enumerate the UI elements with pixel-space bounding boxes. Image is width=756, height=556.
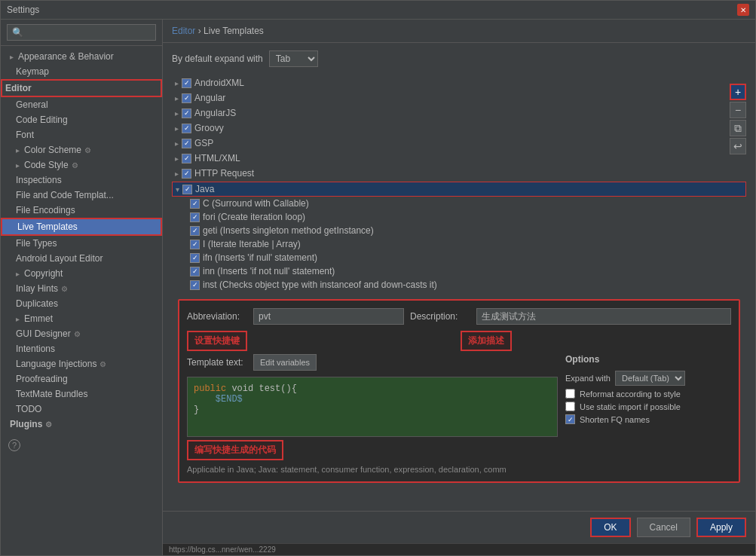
template-item-I[interactable]: I (Iterate Iterable | Array) — [172, 237, 746, 251]
description-input[interactable] — [476, 308, 731, 325]
main-panel: Editor › Live Templates By default expan… — [163, 20, 755, 555]
detail-panel: Abbreviation: Description: 设置快捷键 添加描述 — [178, 299, 740, 483]
template-item-fori[interactable]: fori (Create iteration loop) — [172, 210, 746, 224]
sidebar-item-plugins[interactable]: Plugins ⚙ — [1, 417, 162, 432]
detail-content: Template text: Edit variables public voi… — [187, 354, 731, 474]
sidebar-item-inspections[interactable]: Inspections — [1, 173, 162, 188]
checkbox-inst[interactable] — [190, 280, 200, 290]
sidebar-item-android-layout[interactable]: Android Layout Editor — [1, 251, 162, 266]
group-header-groovy[interactable]: ▸ Groovy — [172, 121, 746, 135]
sidebar-item-color-scheme[interactable]: Color Scheme ⚙ — [1, 142, 162, 157]
close-button[interactable]: ✕ — [737, 4, 749, 16]
group-header-java[interactable]: ▾ Java — [172, 182, 746, 197]
inlay-hints-label: Inlay Hints — [16, 283, 58, 294]
checkbox-html-xml[interactable] — [182, 154, 191, 163]
edit-variables-button[interactable]: Edit variables — [253, 354, 317, 371]
sidebar-item-language-injections[interactable]: Language Injections ⚙ — [1, 356, 162, 371]
code-annotation-text: 编写快捷生成的代码 — [194, 444, 276, 455]
template-group-androidxml: ▸ AndroidXML — [172, 76, 746, 90]
help-icon[interactable]: ? — [8, 439, 20, 451]
checkbox-c[interactable] — [190, 199, 200, 209]
shorten-fq-checkbox[interactable]: ✓ — [565, 414, 575, 424]
action-buttons: + − ⧉ ↩ — [730, 84, 746, 154]
cancel-button[interactable]: Cancel — [637, 518, 690, 537]
sidebar-item-todo[interactable]: TODO — [1, 402, 162, 417]
remove-button[interactable]: − — [730, 102, 746, 118]
checkbox-ifn[interactable] — [190, 253, 200, 263]
add-button[interactable]: + — [730, 84, 746, 100]
checkbox-groovy[interactable] — [182, 124, 191, 133]
sidebar-item-code-editing[interactable]: Code Editing — [1, 112, 162, 127]
checkbox-http-request[interactable] — [182, 169, 191, 179]
undo-button[interactable]: ↩ — [730, 138, 746, 154]
ok-button[interactable]: OK — [590, 518, 630, 537]
checkbox-geti[interactable] — [190, 226, 200, 236]
group-header-gsp[interactable]: ▸ GSP — [172, 136, 746, 150]
sidebar-item-code-style[interactable]: Code Style ⚙ — [1, 157, 162, 173]
checkbox-androidxml[interactable] — [182, 78, 191, 88]
file-encodings-label: File Encodings — [16, 205, 75, 215]
expand-with-select[interactable]: Default (Tab) Tab Enter — [615, 371, 685, 386]
template-item-inn[interactable]: inn (Inserts 'if not null' statement) — [172, 264, 746, 278]
template-item-inst[interactable]: inst (Checks object type with instanceof… — [172, 278, 746, 292]
arrow-angularjs: ▸ — [175, 109, 179, 118]
group-header-androidxml[interactable]: ▸ AndroidXML — [172, 76, 746, 90]
checkbox-fori[interactable] — [190, 212, 200, 222]
sidebar-item-live-templates[interactable]: Live Templates — [1, 218, 162, 236]
expand-with-label: Expand with — [565, 374, 611, 383]
template-item-ifn[interactable]: ifn (Inserts 'if null' statement) — [172, 251, 746, 264]
copyright-label: Copyright — [24, 268, 63, 279]
search-input[interactable] — [7, 24, 156, 41]
color-scheme-label: Color Scheme — [24, 145, 81, 155]
template-text-area[interactable]: public void test(){ $END$ } — [187, 377, 558, 437]
template-item-geti[interactable]: geti (Inserts singleton method getInstan… — [172, 224, 746, 237]
template-group-html-xml: ▸ HTML/XML — [172, 151, 746, 165]
checkbox-I[interactable] — [190, 240, 200, 249]
group-header-http-request[interactable]: ▸ HTTP Request — [172, 166, 746, 180]
static-import-checkbox[interactable] — [565, 402, 575, 411]
expand-select[interactable]: Tab Enter Space — [269, 50, 318, 67]
checkbox-inn[interactable] — [190, 267, 200, 276]
sidebar-item-appearance[interactable]: Appearance & Behavior — [1, 49, 162, 64]
todo-label: TODO — [16, 404, 41, 414]
sidebar-item-intentions[interactable]: Intentions — [1, 341, 162, 356]
checkbox-java[interactable] — [182, 185, 192, 194]
expand-row: By default expand with Tab Enter Space — [172, 50, 746, 67]
breadcrumb-current: Live Templates — [204, 26, 264, 36]
sidebar-item-emmet[interactable]: Emmet — [1, 311, 162, 326]
title-controls: ✕ — [737, 4, 749, 16]
sidebar-item-file-encodings[interactable]: File Encodings — [1, 203, 162, 218]
group-header-angularjs[interactable]: ▸ AngularJS — [172, 106, 746, 120]
sidebar-item-duplicates[interactable]: Duplicates — [1, 296, 162, 311]
template-label-I: I (Iterate Iterable | Array) — [203, 239, 301, 249]
sidebar-item-file-types[interactable]: File Types — [1, 236, 162, 251]
group-header-html-xml[interactable]: ▸ HTML/XML — [172, 151, 746, 165]
sidebar-item-inlay-hints[interactable]: Inlay Hints ⚙ — [1, 281, 162, 296]
checkbox-angular[interactable] — [182, 93, 191, 103]
arrow-gsp: ▸ — [175, 139, 179, 148]
template-group-angularjs: ▸ AngularJS — [172, 106, 746, 120]
sidebar-item-file-code-templates[interactable]: File and Code Templat... — [1, 188, 162, 203]
sidebar-item-editor[interactable]: Editor — [1, 79, 162, 97]
sidebar-item-general[interactable]: General — [1, 97, 162, 112]
template-text-row: Template text: Edit variables — [187, 354, 558, 371]
breadcrumb-parent[interactable]: Editor — [172, 26, 195, 36]
sidebar-item-proofreading[interactable]: Proofreading — [1, 371, 162, 386]
abbreviation-input[interactable] — [253, 308, 404, 325]
checkbox-angularjs[interactable] — [182, 108, 191, 118]
sidebar-item-font[interactable]: Font — [1, 127, 162, 142]
url-bar: https://blog.cs...nner/wen...2229 — [163, 543, 755, 555]
reformat-checkbox[interactable] — [565, 389, 575, 399]
duplicates-label: Duplicates — [16, 298, 58, 309]
template-item-C[interactable]: C (Surround with Callable) — [172, 197, 746, 210]
android-layout-label: Android Layout Editor — [16, 253, 103, 264]
copy-button[interactable]: ⧉ — [730, 120, 746, 136]
sidebar-item-copyright[interactable]: Copyright — [1, 266, 162, 281]
group-header-angular[interactable]: ▸ Angular — [172, 91, 746, 105]
apply-button[interactable]: Apply — [696, 518, 746, 537]
sidebar-item-gui-designer[interactable]: GUI Designer ⚙ — [1, 326, 162, 341]
sidebar-item-keymap[interactable]: Keymap — [1, 64, 162, 79]
live-templates-label: Live Templates — [17, 221, 78, 232]
checkbox-gsp[interactable] — [182, 139, 191, 148]
sidebar-item-textmate[interactable]: TextMate Bundles — [1, 386, 162, 402]
